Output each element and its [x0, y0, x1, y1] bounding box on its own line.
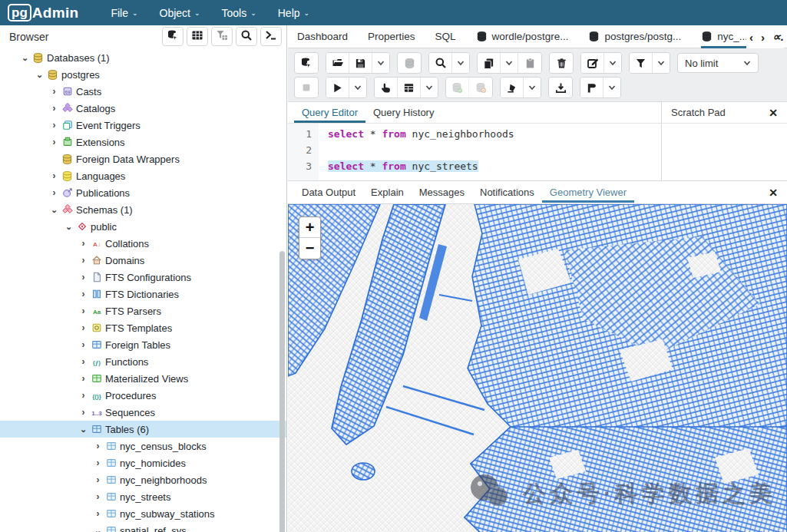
- sql-editor[interactable]: 123 select * from nyc_neighborhoods sele…: [288, 124, 661, 180]
- filter-button[interactable]: [630, 53, 653, 73]
- find-button[interactable]: [429, 53, 452, 73]
- tree-item-public[interactable]: ⌄public: [0, 218, 286, 235]
- chevron-down-icon[interactable]: ⌄: [33, 70, 46, 80]
- chevron-down-icon[interactable]: ⌄: [62, 222, 75, 232]
- chevron-right-icon[interactable]: ›: [48, 86, 61, 97]
- tree-item-nyc-neighborhoods[interactable]: ›nyc_neighborhoods: [0, 471, 286, 488]
- tree-item-languages[interactable]: ›Languages: [0, 167, 286, 184]
- chevron-down-icon[interactable]: ⌄: [48, 205, 61, 215]
- tree-item-event-triggers[interactable]: ›Event Triggers: [0, 117, 286, 134]
- chevron-right-icon[interactable]: ›: [91, 458, 104, 468]
- chevron-right-icon[interactable]: ›: [77, 390, 90, 401]
- scroll-tabs-right-icon[interactable]: ›: [761, 31, 765, 44]
- chevron-right-icon[interactable]: ›: [91, 474, 104, 485]
- tab-nyc[interactable]: nyc_...: [701, 25, 748, 48]
- tree-item-nyc-subway-stations[interactable]: ›nyc_subway_stations: [0, 505, 286, 522]
- tree-item-sequences[interactable]: ›1..3Sequences: [0, 404, 286, 421]
- chevron-right-icon[interactable]: ›: [77, 306, 90, 316]
- tree-item-fts-templates[interactable]: ›FTS Templates: [0, 319, 286, 336]
- chevron-down-icon[interactable]: ⌄: [91, 526, 104, 532]
- paste-button[interactable]: [518, 53, 541, 73]
- tree-item-spatial-ref-sys[interactable]: ⌄spatial_ref_sys: [0, 522, 286, 532]
- tree-item-materialized-views[interactable]: ›Materialized Views: [0, 370, 286, 387]
- tree-item-tables-6[interactable]: ⌄Tables (6): [0, 421, 286, 438]
- menu-object[interactable]: Object⌄: [160, 7, 200, 19]
- tree-item-databases-1[interactable]: ⌄Databases (1): [0, 49, 286, 66]
- tab-explain[interactable]: Explain: [363, 182, 412, 203]
- tree-scrollbar[interactable]: [279, 251, 285, 532]
- geometry-viewer[interactable]: + −: [288, 204, 787, 532]
- chevron-right-icon[interactable]: ›: [91, 441, 104, 451]
- tree-item-fts-configurations[interactable]: ›FTS Configurations: [0, 269, 286, 286]
- chevron-right-icon[interactable]: ›: [91, 508, 104, 519]
- tree-item-foreign-data-wrappers[interactable]: Foreign Data Wrappers: [0, 150, 286, 167]
- tab-messages[interactable]: Messages: [412, 182, 472, 203]
- chevron-right-icon[interactable]: ›: [77, 289, 90, 299]
- dropdown-caret-button[interactable]: [372, 53, 389, 73]
- download-button[interactable]: [549, 78, 572, 97]
- chevron-right-icon[interactable]: ›: [77, 322, 90, 333]
- tab-data-output[interactable]: Data Output: [294, 182, 363, 203]
- tab-dashboard[interactable]: Dashboard: [297, 25, 348, 48]
- chevron-right-icon[interactable]: ›: [48, 120, 61, 131]
- commit-button[interactable]: [446, 78, 469, 97]
- menu-help[interactable]: Help⌄: [278, 7, 309, 19]
- chevron-right-icon[interactable]: ›: [77, 356, 90, 367]
- tree-item-procedures[interactable]: ›{()}Procedures: [0, 387, 286, 404]
- connect-database-button[interactable]: [162, 27, 184, 46]
- zoom-in-button[interactable]: +: [299, 217, 320, 238]
- tab-query-editor[interactable]: Query Editor: [294, 103, 365, 123]
- dropdown-caret-button[interactable]: [653, 53, 670, 73]
- explain-table-button[interactable]: [398, 78, 421, 97]
- dropdown-caret-button[interactable]: [421, 78, 438, 97]
- tree-item-schemas-1[interactable]: ⌄Schemas (1): [0, 201, 286, 218]
- tab-sql[interactable]: SQL: [435, 25, 456, 48]
- menu-file[interactable]: File⌄: [111, 7, 137, 19]
- tree-item-domains[interactable]: ›Domains: [0, 252, 286, 269]
- tree-item-postgres[interactable]: ⌄postgres: [0, 66, 286, 83]
- tree-item-casts[interactable]: ›69Casts: [0, 83, 286, 100]
- tab-properties[interactable]: Properties: [368, 25, 415, 48]
- chevron-right-icon[interactable]: ›: [77, 339, 90, 350]
- scroll-tabs-left-icon[interactable]: ‹: [749, 31, 753, 44]
- open-file-button[interactable]: [326, 53, 349, 73]
- tree-item-nyc-homicides[interactable]: ›nyc_homicides: [0, 454, 286, 471]
- dropdown-caret-button[interactable]: [501, 53, 518, 73]
- tree-item-foreign-tables[interactable]: ›Foreign Tables: [0, 336, 286, 353]
- filter-data-button[interactable]: [211, 27, 233, 46]
- rollback-button[interactable]: [469, 78, 492, 97]
- chevron-right-icon[interactable]: ›: [77, 373, 90, 384]
- connection-button[interactable]: [295, 53, 318, 73]
- scratch-pad-close-icon[interactable]: ✕: [769, 107, 778, 119]
- chevron-right-icon[interactable]: ›: [91, 491, 104, 502]
- tree-item-publications[interactable]: ›Publications: [0, 184, 286, 201]
- tree-item-nyc-census-blocks[interactable]: ›nyc_census_blocks: [0, 438, 286, 454]
- sql-code[interactable]: select * from nyc_neighborhoods select *…: [319, 124, 514, 180]
- execute-button[interactable]: [326, 78, 349, 97]
- dropdown-caret-button[interactable]: [452, 53, 469, 73]
- edit-button[interactable]: [581, 53, 604, 73]
- tree-item-extensions[interactable]: ›Extensions: [0, 134, 286, 150]
- tab-query-history[interactable]: Query History: [365, 103, 441, 123]
- clear-button[interactable]: [501, 78, 524, 97]
- dropdown-caret-button[interactable]: [603, 78, 620, 97]
- macro-button[interactable]: [580, 78, 603, 97]
- psql-terminal-button[interactable]: [260, 27, 282, 46]
- delete-button[interactable]: [550, 53, 573, 73]
- search-objects-button[interactable]: [236, 27, 257, 46]
- tree-item-functions[interactable]: ›(ƒ)Functions: [0, 353, 286, 370]
- tab-postgres-postg[interactable]: postgres/postg...: [588, 25, 681, 48]
- tab-notifications[interactable]: Notifications: [472, 182, 542, 203]
- copy-button[interactable]: [478, 53, 501, 73]
- chevron-right-icon[interactable]: ›: [77, 272, 90, 283]
- save-button[interactable]: [349, 53, 372, 73]
- dropdown-caret-button[interactable]: [524, 78, 541, 97]
- stop-button[interactable]: [295, 78, 318, 97]
- row-limit-select[interactable]: No limit: [677, 53, 759, 73]
- chevron-right-icon[interactable]: ›: [48, 170, 61, 181]
- chevron-right-icon[interactable]: ›: [48, 103, 61, 114]
- chevron-down-icon[interactable]: ⌄: [18, 53, 31, 63]
- tree-item-collations[interactable]: ›A↓Collations: [0, 235, 286, 252]
- tab-more-actions-icon[interactable]: ∝.: [772, 30, 784, 44]
- chevron-right-icon[interactable]: ›: [77, 238, 90, 249]
